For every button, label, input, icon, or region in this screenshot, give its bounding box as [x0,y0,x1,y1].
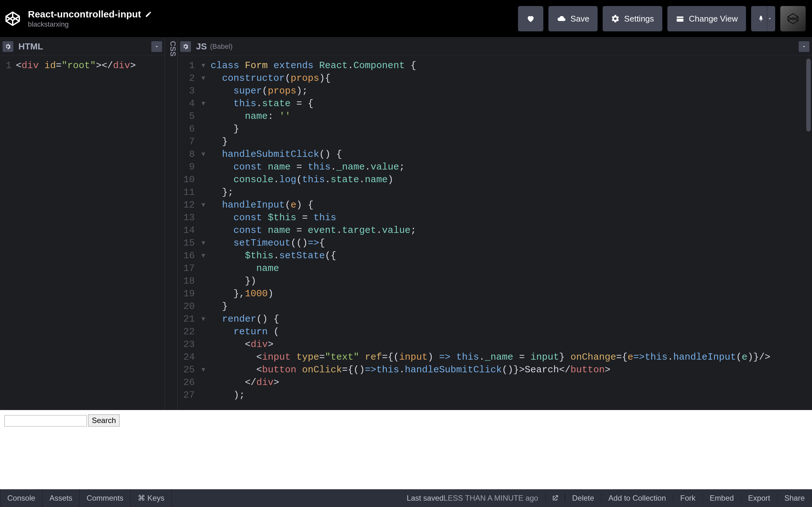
html-code-area[interactable]: 1 <div id="root"></div> [0,55,165,410]
html-tab[interactable]: HTML [16,38,50,55]
js-tab[interactable]: JS (Babel) [194,38,240,55]
js-settings-icon[interactable] [180,41,191,52]
preview-search-button[interactable]: Search [88,414,119,427]
svg-rect-4 [676,19,683,21]
css-tab-label: CSS [165,38,177,56]
footer-add-to-collection[interactable]: Add to Collection [601,494,673,503]
js-panel-chevron[interactable] [799,41,809,52]
html-panel-chevron[interactable] [151,41,162,52]
save-button[interactable]: Save [548,6,598,32]
js-tab-label: JS [196,42,207,52]
footer-console[interactable]: Console [0,489,43,507]
html-panel: HTML 1 <div id="root"></div> [0,38,165,410]
header: React-uncontrolled-input blackstarxing S… [0,0,812,38]
footer-share[interactable]: Share [777,494,812,503]
output-preview: Search [0,410,812,489]
html-code[interactable]: <div id="root"></div> [16,59,165,410]
pen-title[interactable]: React-uncontrolled-input [28,9,141,20]
last-saved: Last saved LESS THAN A MINUTE ago [400,494,545,503]
change-view-label: Change View [689,14,738,24]
js-gutter: 1 ▾ 2 ▾ 3 4 ▾ 5 6 7 8 ▾ 9 10 11 12 ▾ 13 … [177,59,211,410]
pen-author[interactable]: blackstarxing [28,20,152,29]
codepen-logo[interactable] [4,10,21,27]
footer-assets[interactable]: Assets [43,489,80,507]
footer-fork[interactable]: Fork [673,494,703,503]
change-view-button[interactable]: Change View [667,6,746,32]
open-new-window-icon[interactable] [546,494,565,502]
js-scrollbar[interactable] [806,59,811,131]
js-tab-sublabel: (Babel) [210,43,233,51]
save-label: Save [571,14,589,24]
footer--keys[interactable]: ⌘ Keys [131,489,171,507]
css-panel-collapsed[interactable]: CSS [165,38,177,410]
footer-delete[interactable]: Delete [565,494,601,503]
footer-comments[interactable]: Comments [80,489,131,507]
footer: ConsoleAssetsComments⌘ Keys Last saved L… [0,489,812,507]
html-gutter: 1 [0,59,16,410]
preview-text-input[interactable] [4,415,87,427]
js-code-area[interactable]: 1 ▾ 2 ▾ 3 4 ▾ 5 6 7 8 ▾ 9 10 11 12 ▾ 13 … [177,55,812,410]
like-button[interactable] [518,6,543,32]
svg-marker-5 [788,14,798,24]
js-panel-header: JS (Babel) [177,38,812,55]
js-code[interactable]: class Form extends React.Component { con… [211,59,812,410]
settings-label: Settings [624,14,654,24]
settings-button[interactable]: Settings [603,6,662,32]
editors-row: HTML 1 <div id="root"></div> CSS JS (Bab… [0,38,812,410]
title-block: React-uncontrolled-input blackstarxing [28,9,152,29]
html-tab-label: HTML [18,42,43,52]
footer-export[interactable]: Export [741,494,777,503]
js-panel: JS (Babel) 1 ▾ 2 ▾ 3 4 ▾ 5 6 7 8 ▾ 9 10 … [177,38,812,410]
svg-rect-3 [676,16,683,18]
user-avatar[interactable] [780,6,806,32]
footer-embed[interactable]: Embed [703,494,741,503]
pin-dropdown[interactable] [767,6,775,32]
html-panel-header: HTML [0,38,165,55]
html-settings-icon[interactable] [3,41,13,52]
edit-title-icon[interactable] [145,11,152,18]
